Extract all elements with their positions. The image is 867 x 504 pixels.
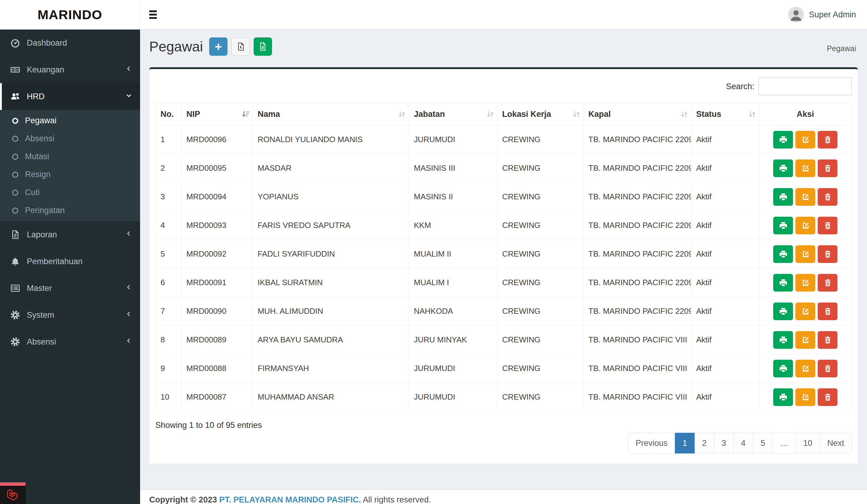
sidebar-item-dashboard[interactable]: Dashboard <box>0 30 140 56</box>
pagination-page-10[interactable]: 10 <box>795 433 820 453</box>
print-button[interactable] <box>773 131 793 149</box>
edit-icon <box>801 364 810 373</box>
add-pegawai-button[interactable]: + <box>209 37 227 56</box>
table-row: 6 MRD00091 IKBAL SURATMIN MUALIM I CREWI… <box>156 269 852 297</box>
delete-button[interactable] <box>818 217 837 234</box>
delete-button[interactable] <box>818 331 837 349</box>
column-header-jabatan[interactable]: Jabatan <box>409 103 497 125</box>
cell-no: 5 <box>156 240 182 269</box>
pagination-page-4[interactable]: 4 <box>733 433 753 453</box>
sidebar-item-hrd[interactable]: HRD <box>0 83 140 110</box>
delete-button[interactable] <box>818 160 837 177</box>
sidebar-item-cuti[interactable]: Cuti <box>0 184 140 201</box>
sidebar-item-label: Mutasi <box>25 152 49 161</box>
laravel-debugbar-handle[interactable] <box>0 482 25 504</box>
cell-lokasi-kerja: CREWING <box>497 269 584 297</box>
sidebar-item-pegawai[interactable]: Pegawai <box>0 112 140 130</box>
user-menu[interactable]: Super Admin <box>788 7 867 23</box>
company-link[interactable]: PT. PELAYARAN MARINDO PASIFIC. <box>219 495 361 504</box>
edit-button[interactable] <box>795 331 815 349</box>
edit-button[interactable] <box>795 131 815 149</box>
column-header-nip[interactable]: NIP <box>182 103 253 125</box>
sidebar-item-resign[interactable]: Resign <box>0 166 140 184</box>
delete-button[interactable] <box>818 131 837 149</box>
sidebar-item-pemberitahuan[interactable]: Pemberitahuan <box>0 248 140 275</box>
delete-button[interactable] <box>818 303 837 320</box>
brand[interactable]: MARINDO <box>0 0 140 30</box>
cell-status: Aktif <box>691 354 759 383</box>
sidebar-item-keuangan[interactable]: Keuangan <box>0 56 140 83</box>
edit-button[interactable] <box>795 303 815 320</box>
export-pdf-button[interactable] <box>232 37 250 56</box>
edit-button[interactable] <box>795 217 815 234</box>
sidebar-item-system[interactable]: System <box>0 302 140 328</box>
pagination-page-5[interactable]: 5 <box>753 433 773 453</box>
footer-rights: All rights reserved. <box>363 495 431 504</box>
edit-button[interactable] <box>795 160 815 177</box>
edit-icon <box>801 135 810 144</box>
file-excel-icon <box>258 42 268 52</box>
cell-jabatan: KKM <box>409 211 497 240</box>
user-name: Super Admin <box>809 10 856 20</box>
column-header-nama[interactable]: Nama <box>253 103 409 125</box>
delete-button[interactable] <box>818 388 837 406</box>
column-header-kapal[interactable]: Kapal <box>584 103 691 125</box>
cell-lokasi-kerja: CREWING <box>497 326 584 354</box>
hamburger-icon <box>149 10 157 12</box>
laravel-icon <box>6 488 20 502</box>
print-button[interactable] <box>773 245 793 263</box>
delete-button[interactable] <box>818 360 837 377</box>
cell-lokasi-kerja: CREWING <box>497 354 584 383</box>
pagination-next[interactable]: Next <box>820 433 852 453</box>
print-button[interactable] <box>773 331 793 349</box>
pagination-page-3[interactable]: 3 <box>714 433 734 453</box>
column-header-lokasi-kerja[interactable]: Lokasi Kerja <box>497 103 584 125</box>
sidebar-item-absensi[interactable]: Absensi <box>0 328 140 355</box>
pagination-page-2[interactable]: 2 <box>694 433 714 453</box>
sidebar-item-mutasi[interactable]: Mutasi <box>0 147 140 166</box>
chevron-left-icon <box>125 283 133 293</box>
print-button[interactable] <box>773 360 793 377</box>
sidebar-item-label: Keuangan <box>27 65 64 75</box>
print-button[interactable] <box>773 303 793 320</box>
edit-button[interactable] <box>795 245 815 263</box>
edit-button[interactable] <box>795 360 815 377</box>
debugbar-strip <box>0 482 25 486</box>
edit-button[interactable] <box>795 274 815 292</box>
search-input[interactable] <box>759 78 852 95</box>
circle-icon <box>12 208 18 213</box>
print-button[interactable] <box>773 188 793 206</box>
sidebar-toggle-button[interactable] <box>140 0 166 29</box>
users-icon <box>9 91 21 102</box>
pagination-previous[interactable]: Previous <box>628 433 675 453</box>
edit-button[interactable] <box>795 388 815 406</box>
export-excel-button[interactable] <box>254 37 272 56</box>
edit-button[interactable] <box>795 188 815 206</box>
cell-nama: MUHAMMAD ANSAR <box>253 383 409 412</box>
money-icon <box>9 65 21 75</box>
sidebar-item-absensi-hrd[interactable]: Absensi <box>0 130 140 147</box>
pagination-page-1[interactable]: 1 <box>675 433 695 453</box>
sidebar-item-master[interactable]: Master <box>0 275 140 302</box>
print-button[interactable] <box>773 274 793 292</box>
print-button[interactable] <box>773 160 793 177</box>
chevron-left-icon <box>125 337 133 347</box>
chevron-left-icon <box>125 230 133 240</box>
cell-status: Aktif <box>691 326 759 354</box>
sidebar-item-peringatan[interactable]: Peringatan <box>0 201 140 219</box>
column-header-status[interactable]: Status <box>691 103 759 125</box>
cell-jabatan: NAHKODA <box>409 297 497 326</box>
printer-icon <box>779 135 788 144</box>
cell-nip: MRD00093 <box>182 211 253 240</box>
delete-button[interactable] <box>818 274 837 292</box>
sidebar-item-label: Pegawai <box>25 116 57 125</box>
delete-button[interactable] <box>818 245 837 263</box>
delete-button[interactable] <box>818 188 837 206</box>
print-button[interactable] <box>773 217 793 234</box>
sort-icon <box>571 110 581 119</box>
sidebar-item-laporan[interactable]: Laporan <box>0 221 140 248</box>
cell-status: Aktif <box>691 383 759 412</box>
top-navbar: Super Admin <box>140 0 867 30</box>
print-button[interactable] <box>773 388 793 406</box>
cell-kapal: TB. MARINDO PACIFIC VIII <box>584 383 691 412</box>
